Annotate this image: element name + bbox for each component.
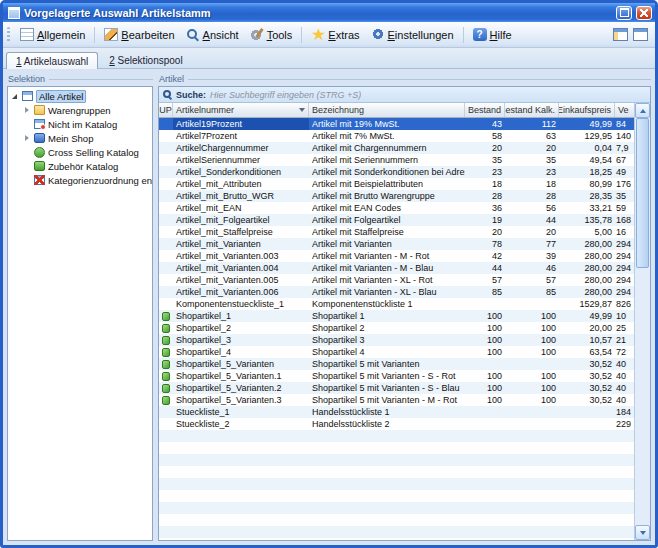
toolbar-separator	[94, 27, 95, 43]
table-row[interactable]: Artikel_mit_FolgeartikelArtikel mit Folg…	[159, 214, 634, 226]
cell-bestand: 100	[465, 322, 505, 334]
scrollbar-track[interactable]	[635, 118, 650, 525]
cell-bez: Artikel mit Chargennummern	[309, 142, 465, 154]
cell-ek: 49,99	[559, 310, 615, 322]
tree-item[interactable]: Nicht im Katalog	[8, 117, 152, 131]
table-row[interactable]: Shopartikel_5_Varianten.2Shopartikel 5 m…	[159, 382, 634, 394]
empty-row	[159, 478, 634, 490]
table-row[interactable]: Artikel_mit_AttributenArtikel mit Beispi…	[159, 178, 634, 190]
menu-item-allgemein[interactable]: Allgemein	[15, 26, 90, 43]
table-row[interactable]: Shopartikel_5_Varianten.3Shopartikel 5 m…	[159, 394, 634, 406]
cell-ve: 229	[615, 418, 634, 430]
menu-item-ansicht[interactable]: Ansicht	[181, 26, 244, 43]
column-header-bestand[interactable]: Bestand	[465, 103, 505, 117]
cell-bez: Handelsstückliste 2	[309, 418, 465, 430]
cell-bestand: 100	[465, 370, 505, 382]
tree-item[interactable]: Zubehör Katalog	[8, 159, 152, 173]
tree-item[interactable]: Alle Artikel	[8, 89, 152, 103]
cell-nr: Artikel7Prozent	[173, 130, 309, 142]
cell-ek: 49,54	[559, 154, 615, 166]
cell-ek: 5,00	[559, 226, 615, 238]
cell-nr: Artikel_mit_Varianten	[173, 238, 309, 250]
cell-nr: Shopartikel_5_Varianten.1	[173, 370, 309, 382]
table-row[interactable]: Shopartikel_4Shopartikel 410010063,5472	[159, 346, 634, 358]
table-row[interactable]: Stueckliste_1Handelsstückliste 1184	[159, 406, 634, 418]
cell-bez: Artikel mit Varianten - XL - Rot	[309, 274, 465, 286]
table-row[interactable]: Shopartikel_5_Varianten.1Shopartikel 5 m…	[159, 370, 634, 382]
cell-bez: Artikel mit 7% MwSt.	[309, 130, 465, 142]
window-layout-icon[interactable]	[613, 28, 628, 41]
cell-up	[159, 358, 173, 370]
close-button[interactable]	[636, 6, 652, 20]
column-header-kalk[interactable]: Bestand Kalk.	[505, 103, 559, 117]
table-row[interactable]: Shopartikel_5_VariantenShopartikel 5 mit…	[159, 358, 634, 370]
menu-item-bearbeiten[interactable]: Bearbeiten	[99, 26, 179, 43]
scroll-down-button[interactable]	[635, 525, 650, 540]
cell-nr: Stueckliste_2	[173, 418, 309, 430]
cell-nr: Artikel_mit_Attributen	[173, 178, 309, 190]
cell-bestand: 42	[465, 250, 505, 262]
table-row[interactable]: Artikel_mit_VariantenArtikel mit Variant…	[159, 238, 634, 250]
menu-item-hilfe[interactable]: Hilfe	[468, 26, 517, 43]
menu-item-einstellungen[interactable]: Einstellungen	[366, 26, 459, 43]
expander-collapsed-icon[interactable]	[23, 134, 31, 142]
search-placeholder: Hier Suchbegriff eingeben (STRG +S)	[210, 90, 361, 100]
tree-item[interactable]: Cross Selling Katalog	[8, 145, 152, 159]
tab-1-artikelauswahl[interactable]: 1 Artikelauswahl	[6, 52, 98, 69]
scrollbar-thumb[interactable]	[636, 118, 649, 268]
table-row[interactable]: Artikel_mit_EANArtikel mit EAN Codes3656…	[159, 202, 634, 214]
cell-nr: Shopartikel_2	[173, 322, 309, 334]
column-header-nr[interactable]: Artikelnummer	[173, 103, 309, 117]
column-header-bez[interactable]: Bezeichnung	[309, 103, 465, 117]
table-row[interactable]: Artikel_mit_Varianten.003Artikel mit Var…	[159, 250, 634, 262]
toolbar-grip[interactable]	[7, 27, 10, 43]
cell-kalk: 18	[505, 178, 559, 190]
table-row[interactable]: Artikel_mit_StaffelpreiseArtikel mit Sta…	[159, 226, 634, 238]
expander-expanded-icon[interactable]	[11, 92, 19, 100]
column-header-ve[interactable]: Ve	[615, 103, 634, 117]
article-grid: Suche: Hier Suchbegriff eingeben (STRG +…	[158, 86, 651, 541]
table-row[interactable]: ArtikelSeriennummerArtikel mit Seriennum…	[159, 154, 634, 166]
tree-item[interactable]: Warengruppen	[8, 103, 152, 117]
table-row[interactable]: Komponentenstueckliste_1Komponentenstück…	[159, 298, 634, 310]
cell-kalk	[505, 406, 559, 418]
table-row[interactable]: Artikel_mit_Varianten.006Artikel mit Var…	[159, 286, 634, 298]
maximize-button[interactable]	[616, 6, 632, 20]
menu-item-tools[interactable]: Tools	[245, 26, 298, 43]
cell-bestand: 43	[465, 118, 505, 130]
tree-item[interactable]: Mein Shop	[8, 131, 152, 145]
table-row[interactable]: Shopartikel_1Shopartikel 110010049,9910	[159, 310, 634, 322]
cell-nr: Shopartikel_3	[173, 334, 309, 346]
expander-collapsed-icon[interactable]	[23, 106, 31, 114]
tab-2-selektionspool[interactable]: 2 Selektionspool	[99, 51, 192, 68]
table-row[interactable]: Stueckliste_2Handelsstückliste 2229	[159, 418, 634, 430]
cell-up	[159, 418, 173, 430]
table-row[interactable]: ArtikelChargennummerArtikel mit Chargenn…	[159, 142, 634, 154]
table-row[interactable]: Artikel_mit_Brutto_WGRArtikel mit Brutto…	[159, 190, 634, 202]
cell-up	[159, 154, 173, 166]
cell-nr: Shopartikel_5_Varianten.3	[173, 394, 309, 406]
scroll-up-button[interactable]	[635, 103, 650, 118]
menu-item-extras[interactable]: Extras	[306, 26, 364, 43]
table-row[interactable]: Artikel_mit_Varianten.005Artikel mit Var…	[159, 274, 634, 286]
cell-ek: 28,35	[559, 190, 615, 202]
cell-ek: 20,00	[559, 322, 615, 334]
column-header-label: Ve	[618, 105, 629, 115]
table-row[interactable]: Artikel_mit_Varianten.004Artikel mit Var…	[159, 262, 634, 274]
table-row[interactable]: Shopartikel_2Shopartikel 210010020,0025	[159, 322, 634, 334]
cell-kalk: 100	[505, 310, 559, 322]
table-row[interactable]: Artikel_SonderkonditionenArtikel mit Son…	[159, 166, 634, 178]
cell-ek: 30,52	[559, 358, 615, 370]
vertical-scrollbar[interactable]	[634, 103, 650, 540]
table-row[interactable]: Shopartikel_3Shopartikel 310010010,5721	[159, 334, 634, 346]
tree-item-label: Alle Artikel	[36, 90, 86, 103]
table-row[interactable]: Artikel7ProzentArtikel mit 7% MwSt.58631…	[159, 130, 634, 142]
cell-kalk: 100	[505, 394, 559, 406]
window-icon[interactable]	[633, 28, 648, 41]
column-header-ek[interactable]: Einkaufspreis	[559, 103, 615, 117]
search-input[interactable]: Suche: Hier Suchbegriff eingeben (STRG +…	[159, 87, 650, 103]
tree-item[interactable]: Kategorienzuordnung entfernen	[8, 173, 152, 187]
table-row[interactable]: Artikel19ProzentArtikel mit 19% MwSt.431…	[159, 118, 634, 130]
cell-bez: Artikel mit Varianten - M - Rot	[309, 250, 465, 262]
column-header-up[interactable]: UP	[159, 103, 173, 117]
